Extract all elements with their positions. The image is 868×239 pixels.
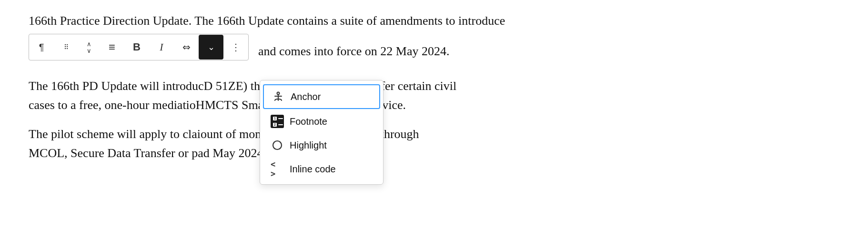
- svg-point-2: [273, 141, 282, 149]
- inline-code-icon: < >: [271, 159, 284, 179]
- anchor-icon-container: [272, 90, 285, 103]
- paragraph-3-start: MCOL, Secure Data Transfer or pa: [29, 146, 203, 160]
- dropdown-item-anchor[interactable]: Anchor: [263, 84, 380, 109]
- highlight-icon: [272, 139, 283, 151]
- paragraph-1: The 166th PD Update will introducD 51ZE)…: [29, 77, 839, 115]
- header-text-content: 166th Practice Direction Update. The 166…: [29, 14, 505, 28]
- dropdown-item-highlight[interactable]: Highlight: [263, 134, 380, 157]
- more-options-icon: ⋮: [231, 41, 241, 53]
- anchor-label: Anchor: [291, 91, 321, 102]
- paragraph-1-line-1: The 166th PD Update will introducD 51ZE)…: [29, 77, 839, 96]
- highlight-icon-container: [271, 139, 284, 152]
- chevron-down-icon: ⌄: [208, 42, 215, 52]
- dropdown-menu: Anchor 1 2: [260, 80, 384, 185]
- down-arrow-icon: ∨: [87, 48, 91, 54]
- footnote-icon-container: 1 2: [271, 115, 284, 128]
- paragraph-3-mid: d May 2024.: [203, 146, 266, 160]
- paragraph-mark-button[interactable]: ¶: [29, 35, 54, 60]
- paragraph-2: The pilot scheme will apply to claiount …: [29, 125, 839, 163]
- italic-button[interactable]: I: [149, 35, 174, 60]
- footnote-label: Footnote: [290, 116, 327, 127]
- drag-handle-icon: ⠿: [64, 43, 69, 51]
- dropdown-item-footnote[interactable]: 1 2 Footnote: [263, 110, 380, 133]
- more-options-button[interactable]: ⋮: [223, 35, 248, 60]
- italic-icon: I: [160, 41, 163, 53]
- paragraph-1-line-2-start: cases to a free, one-hour mediatio: [29, 98, 196, 112]
- paragraph-mark-icon: ¶: [39, 42, 44, 53]
- link-icon: ⇔: [182, 41, 191, 53]
- bold-icon: B: [133, 41, 141, 53]
- move-arrows-button[interactable]: ∧ ∨: [79, 35, 100, 60]
- paragraph-1-line-2: cases to a free, one-hour mediatioHMCTS …: [29, 96, 839, 115]
- align-icon: ≡: [109, 40, 115, 54]
- paragraph-2-line-2: MCOL, Secure Data Transfer or pad May 20…: [29, 144, 839, 163]
- header-continued-text: and comes into force on 22 May 2024.: [258, 42, 449, 60]
- anchor-icon: [273, 91, 284, 102]
- dropdown-item-inline-code[interactable]: < > Inline code: [263, 158, 380, 180]
- bold-button[interactable]: B: [124, 35, 149, 60]
- paragraph-2-start: The pilot scheme will apply to clai: [29, 127, 201, 141]
- formatting-toolbar: ¶ ⠿ ∧ ∨ ≡ B I ⇔: [29, 34, 249, 60]
- align-button[interactable]: ≡: [100, 35, 124, 60]
- page-content: 166th Practice Direction Update. The 166…: [0, 0, 868, 184]
- link-button[interactable]: ⇔: [174, 35, 199, 60]
- header-text: 166th Practice Direction Update. The 166…: [29, 11, 839, 30]
- inline-code-label: Inline code: [290, 164, 336, 175]
- up-arrow-icon: ∧: [87, 41, 91, 47]
- dropdown-button[interactable]: ⌄: [199, 35, 223, 60]
- inline-code-icon-container: < >: [271, 162, 284, 176]
- paragraph-1-start: The 166th PD Update will introduc: [29, 79, 204, 93]
- highlight-label: Highlight: [290, 140, 327, 151]
- footnote-icon: 1 2: [271, 115, 284, 128]
- paragraph-2-line-1: The pilot scheme will apply to claiount …: [29, 125, 839, 144]
- drag-handle-button[interactable]: ⠿: [54, 35, 79, 60]
